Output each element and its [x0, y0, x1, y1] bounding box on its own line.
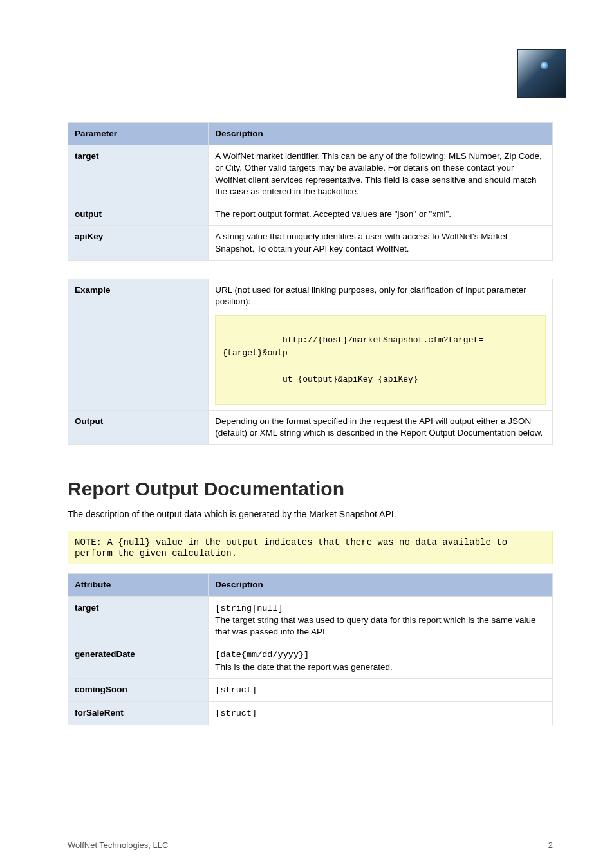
page-footer: WolfNet Technologies, LLC 2	[68, 840, 553, 850]
param-name: target	[68, 145, 209, 203]
table-header-row: Attribute Description	[68, 574, 553, 596]
param-desc: A WolfNet market identifier. This can be…	[209, 145, 553, 203]
attr-desc: [struct]	[209, 678, 553, 701]
table-row: target A WolfNet market identifier. This…	[68, 145, 553, 203]
attr-type: [struct]	[215, 685, 257, 695]
attr-name: target	[68, 596, 209, 643]
attr-name: comingSoon	[68, 678, 209, 701]
code-line: http://{host}/marketSnapshot.cfm?target=…	[222, 335, 483, 358]
row-label-output: Output	[68, 411, 209, 445]
output-attributes-table: Attribute Description target [string|nul…	[68, 573, 553, 725]
col-description: Description	[209, 574, 553, 596]
row-value-output: Depending on the format specified in the…	[209, 411, 553, 445]
table-row: output The report output format. Accepte…	[68, 203, 553, 226]
param-desc: A string value that uniquely identifies …	[209, 226, 553, 260]
attr-desc: [struct]	[209, 702, 553, 725]
row-value-example: URL (not used for actual linking purpose…	[209, 279, 553, 410]
footer-company: WolfNet Technologies, LLC	[68, 840, 168, 850]
table-row: comingSoon [struct]	[68, 678, 553, 701]
section-title: Report Output Documentation	[68, 478, 553, 500]
table-row: Output Depending on the format specified…	[68, 411, 553, 445]
table-header-row: Parameter Description	[68, 123, 553, 145]
param-desc: The report output format. Accepted value…	[209, 203, 553, 226]
parameters-table: Parameter Description target A WolfNet m…	[68, 122, 553, 261]
section-description: The description of the output data which…	[68, 509, 553, 519]
col-description: Description	[209, 123, 553, 145]
attr-type: [struct]	[215, 708, 257, 718]
example-output-table: Example URL (not used for actual linking…	[68, 279, 553, 445]
attr-type: [string|null]	[215, 604, 283, 613]
example-url-code: http://{host}/marketSnapshot.cfm?target=…	[215, 315, 546, 405]
note-text: NOTE: A {null} value in the output indic…	[75, 537, 507, 559]
table-row: apiKey A string value that uniquely iden…	[68, 226, 553, 260]
col-attribute: Attribute	[68, 574, 209, 596]
wolf-eye-icon	[517, 49, 566, 98]
attr-text: This is the date that the report was gen…	[215, 662, 392, 672]
table-row: target [string|null] The target string t…	[68, 596, 553, 643]
attr-type: [date{mm/dd/yyyy}]	[215, 650, 309, 660]
attr-name: generatedDate	[68, 643, 209, 678]
param-name: output	[68, 203, 209, 226]
logo	[517, 49, 566, 98]
table-row: Example URL (not used for actual linking…	[68, 279, 553, 410]
table-row: generatedDate [date{mm/dd/yyyy}] This is…	[68, 643, 553, 678]
table-row: forSaleRent [struct]	[68, 702, 553, 725]
param-name: apiKey	[68, 226, 209, 260]
example-plain-text: URL (not used for actual linking purpose…	[215, 284, 546, 308]
null-value-note: NOTE: A {null} value in the output indic…	[68, 531, 553, 564]
footer-page-number: 2	[548, 840, 553, 850]
col-parameter: Parameter	[68, 123, 209, 145]
code-line: ut={output}&apiKey={apiKey}	[283, 374, 418, 384]
attr-desc: [string|null] The target string that was…	[209, 596, 553, 643]
attr-desc: [date{mm/dd/yyyy}] This is the date that…	[209, 643, 553, 678]
row-label-example: Example	[68, 279, 209, 410]
attr-text: The target string that was used to query…	[215, 615, 535, 636]
attr-name: forSaleRent	[68, 702, 209, 725]
